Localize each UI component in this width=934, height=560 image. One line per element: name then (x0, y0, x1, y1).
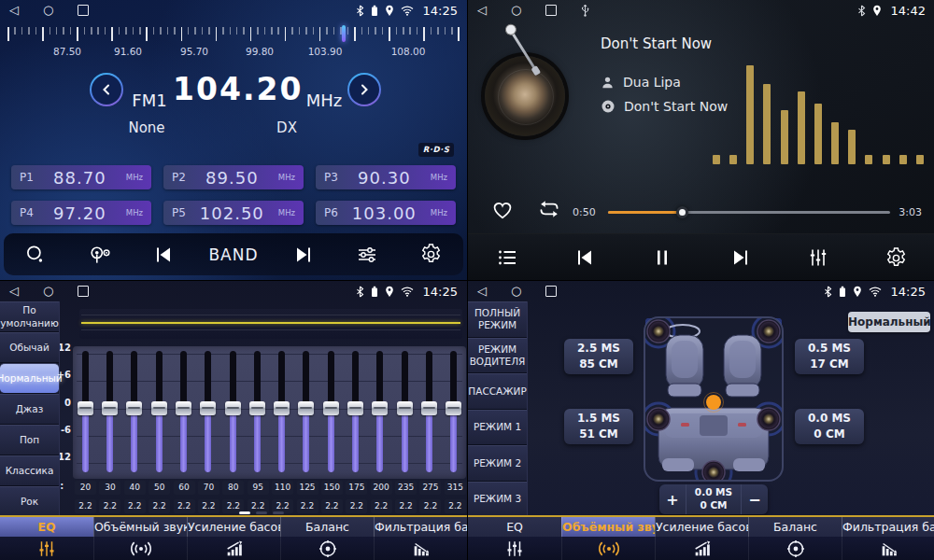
eq-band-slider-125hz[interactable] (297, 346, 316, 479)
eq-band-slider-175hz[interactable] (347, 346, 365, 479)
eq-band-slider-50hz[interactable] (149, 346, 168, 479)
q-value-box[interactable]: 2.2 (75, 499, 96, 513)
slider-knob[interactable] (200, 401, 216, 415)
eq-preset-3[interactable]: Нормальный (0, 363, 59, 394)
tab-filter[interactable]: Фильтрация ба... (374, 517, 467, 560)
tab-bass-boost[interactable]: Усиление басов (187, 517, 280, 560)
slider-knob[interactable] (249, 401, 265, 415)
fc-value-box[interactable]: 20 (75, 481, 96, 495)
eq-band-slider-60hz[interactable] (174, 346, 192, 479)
eq-band-slider-30hz[interactable] (100, 346, 119, 479)
q-value-box[interactable]: 2.2 (321, 499, 343, 513)
tuner-settings-icon[interactable] (348, 244, 386, 266)
listening-mode-1[interactable]: ПОЛНЫЙ РЕЖИМ (468, 301, 527, 338)
q-value-box[interactable]: 2.2 (297, 499, 318, 513)
previous-station-icon[interactable] (145, 244, 182, 266)
home-icon[interactable]: ○ (43, 281, 53, 301)
eq-preset-4[interactable]: Джаз (0, 394, 59, 425)
eq-band-slider-110hz[interactable] (273, 346, 291, 479)
listening-mode-6[interactable]: РЕЖИМ 3 (468, 482, 527, 518)
eq-preset-7[interactable]: Рок (0, 486, 59, 517)
tab-filter[interactable]: Фильтрация ба... (842, 517, 934, 560)
preset-button-p1[interactable]: P188.70MHz (11, 165, 151, 189)
eq-band-slider-200hz[interactable] (371, 346, 389, 479)
fc-value-box[interactable]: 175 (346, 481, 367, 495)
fc-value-box[interactable]: 95 (248, 481, 269, 495)
q-value-box[interactable]: 2.2 (149, 499, 170, 513)
fc-value-box[interactable]: 30 (99, 481, 120, 495)
pause-icon[interactable] (644, 246, 681, 269)
delay-increase-button[interactable]: + (659, 484, 686, 514)
fc-value-box[interactable]: 200 (371, 481, 392, 495)
broadcast-icon[interactable] (81, 243, 119, 267)
slider-knob[interactable] (323, 401, 339, 415)
tab-balance[interactable]: Баланс (748, 517, 842, 560)
fc-value-box[interactable]: 50 (149, 481, 170, 495)
slider-knob[interactable] (347, 401, 363, 415)
next-track-icon[interactable] (722, 246, 759, 269)
recents-icon[interactable] (545, 5, 557, 16)
q-value-box[interactable]: 2.2 (371, 499, 392, 513)
q-value-box[interactable]: 2.2 (445, 499, 466, 513)
eq-band-slider-95hz[interactable] (248, 346, 266, 479)
band-button[interactable]: BAND (208, 245, 258, 264)
slider-knob[interactable] (102, 401, 118, 415)
slider-knob[interactable] (298, 401, 314, 415)
preset-button-p4[interactable]: P497.20MHz (11, 201, 151, 225)
fc-value-box[interactable]: 80 (222, 481, 244, 495)
eq-band-slider-80hz[interactable] (223, 346, 242, 479)
listening-mode-2[interactable]: РЕЖИМ ВОДИТЕЛЯ (468, 338, 527, 374)
next-station-icon[interactable] (285, 244, 322, 266)
preset-button-p3[interactable]: P390.30MHz (316, 165, 456, 189)
tab-balance[interactable]: Баланс (280, 517, 374, 560)
repeat-icon[interactable] (535, 198, 563, 224)
seek-up-button[interactable] (347, 73, 381, 106)
tab-bass-boost[interactable]: Усиление басов (655, 517, 748, 560)
seek-down-button[interactable] (90, 73, 123, 106)
sound-profile-badge[interactable]: Нормальный (848, 312, 930, 332)
eq-preset-5[interactable]: Поп (0, 425, 59, 455)
eq-band-slider-235hz[interactable] (395, 346, 414, 479)
home-icon[interactable]: ○ (43, 0, 53, 21)
back-icon[interactable]: ◁ (477, 0, 487, 21)
slider-knob[interactable] (176, 401, 191, 415)
fc-value-box[interactable]: 110 (272, 481, 293, 495)
slider-knob[interactable] (421, 401, 437, 415)
playlist-icon[interactable] (488, 246, 526, 269)
eq-preset-2[interactable]: Обычай (0, 332, 59, 363)
tab-eq[interactable]: EQ (468, 517, 561, 560)
listening-mode-4[interactable]: РЕЖИМ 1 (468, 410, 527, 446)
recents-icon[interactable] (545, 286, 557, 297)
fc-value-box[interactable]: 60 (174, 481, 195, 495)
listening-mode-3[interactable]: ПАССАЖИР (468, 373, 527, 410)
rear-right-delay-button[interactable]: 0.0 MS0 CM (795, 409, 864, 444)
home-icon[interactable]: ○ (511, 0, 521, 21)
q-value-box[interactable]: 2.2 (346, 499, 367, 513)
q-value-box[interactable]: 2.2 (419, 499, 441, 513)
front-right-delay-button[interactable]: 0.5 MS17 CM (795, 339, 864, 374)
eq-preset-6[interactable]: Классика (0, 455, 59, 486)
slider-knob[interactable] (225, 401, 241, 415)
home-icon[interactable]: ○ (511, 281, 521, 301)
q-value-box[interactable]: 2.2 (124, 499, 146, 513)
recents-icon[interactable] (78, 286, 89, 297)
slider-knob[interactable] (126, 401, 142, 415)
fc-value-box[interactable]: 125 (297, 481, 318, 495)
back-icon[interactable]: ◁ (9, 0, 19, 21)
seek-bar[interactable] (608, 211, 890, 214)
q-value-box[interactable]: 2.2 (99, 499, 120, 513)
page-indicator[interactable] (239, 511, 284, 514)
previous-track-icon[interactable] (566, 246, 603, 269)
slider-knob[interactable] (151, 401, 167, 415)
slider-knob[interactable] (397, 401, 413, 415)
rear-left-delay-button[interactable]: 1.5 MS51 CM (564, 409, 633, 444)
q-value-box[interactable]: 2.2 (174, 499, 195, 513)
tab-surround[interactable]: Объёмный звук (93, 517, 187, 560)
fc-value-box[interactable]: 315 (445, 481, 466, 495)
fc-value-box[interactable]: 275 (419, 481, 441, 495)
settings-gear-icon[interactable] (877, 246, 914, 270)
preset-button-p6[interactable]: P6103.00MHz (316, 201, 456, 225)
eq-band-slider-40hz[interactable] (125, 346, 144, 479)
fc-value-box[interactable]: 235 (395, 481, 417, 495)
scan-search-icon[interactable] (17, 243, 54, 267)
